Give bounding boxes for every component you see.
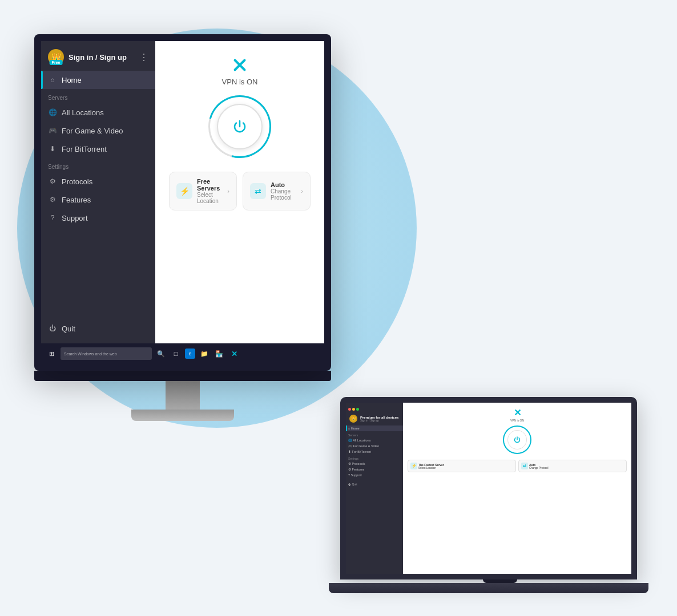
taskbar-search[interactable]: Search Windows and the web <box>61 347 152 360</box>
free-badge: Free <box>50 60 63 65</box>
mini-app-window: 👑 Premium for all devices Sign in / Sign… <box>346 403 631 574</box>
sidebar: 👑 Free Sign in / Sign up ⋮ ⌂ Home Server… <box>41 41 155 343</box>
free-servers-card[interactable]: ⚡ Free Servers Select Location › <box>169 172 237 210</box>
protocol-subtitle: Change Protocol <box>271 188 296 201</box>
vpn-logo-wrap <box>229 55 250 75</box>
features-icon: ⚙ <box>48 195 57 204</box>
sidebar-item-features[interactable]: ⚙ Features <box>41 191 155 209</box>
mini-home-item[interactable]: ⌂ Home <box>346 425 403 431</box>
mini-x-logo: ✕ <box>514 408 521 418</box>
bittorrent-label: For BitTorrent <box>62 145 107 153</box>
sidebar-item-bittorrent[interactable]: ⬇ For BitTorrent <box>41 140 155 158</box>
taskbar-search-text: Search Windows and the web <box>64 352 117 356</box>
mini-app-subtitle: Sign in / Sign up <box>360 419 398 422</box>
quit-label: Quit <box>62 325 75 333</box>
protocol-text: Auto Change Protocol <box>271 181 296 201</box>
monitor-device: 👑 Free Sign in / Sign up ⋮ ⌂ Home Server… <box>34 34 331 421</box>
sidebar-header: 👑 Free Sign in / Sign up ⋮ <box>41 41 155 71</box>
mini-crown-icon: 👑 <box>349 415 357 423</box>
mini-quit[interactable]: ⏻ Quit <box>346 478 403 488</box>
task-view-icon[interactable]: □ <box>170 348 182 359</box>
mini-settings-section: Settings <box>346 455 403 461</box>
mini-server-text: The Fastest Server Select Location <box>418 463 444 469</box>
mini-all-locations[interactable]: 🌐 All Locations <box>346 437 403 443</box>
mini-power-button[interactable] <box>507 430 527 449</box>
mini-protocol-text: Auto Change Protocol <box>529 463 549 469</box>
all-locations-label: All Locations <box>62 108 104 117</box>
dots-menu[interactable]: ⋮ <box>139 52 148 63</box>
mini-yellow <box>352 408 355 411</box>
mini-lightning-icon: ⚡ <box>410 463 417 469</box>
globe-icon: 🌐 <box>48 108 57 117</box>
protocols-icon: ⚙ <box>48 177 57 186</box>
settings-section-label: Settings <box>41 158 155 172</box>
mini-servers-section: Servers <box>346 431 403 437</box>
monitor-bezel <box>34 371 331 381</box>
support-icon: ? <box>48 213 57 222</box>
mini-cards: ⚡ The Fastest Server Select Location ⇄ A… <box>408 460 627 472</box>
mini-power-ring <box>503 425 531 454</box>
taskbar: ⊞ Search Windows and the web 🔍 □ e 📁 🏪 ✕ <box>41 343 324 364</box>
protocol-arrow: › <box>301 188 303 194</box>
game-icon: 🎮 <box>48 126 57 135</box>
protocol-card[interactable]: ⇄ Auto Change Protocol › <box>243 172 311 210</box>
mini-features[interactable]: ⚙ Features <box>346 467 403 472</box>
laptop-screen: 👑 Premium for all devices Sign in / Sign… <box>340 397 637 579</box>
mini-traffic-lights <box>346 406 403 411</box>
mini-protocol-icon: ⇄ <box>521 463 528 469</box>
mini-sidebar: 👑 Premium for all devices Sign in / Sign… <box>346 403 403 574</box>
mini-select-label: Select Location <box>418 467 436 469</box>
monitor: 👑 Free Sign in / Sign up ⋮ ⌂ Home Server… <box>34 34 331 421</box>
power-button-container <box>208 95 271 158</box>
mini-protocols[interactable]: ⚙ Protocols <box>346 461 403 467</box>
protocol-icon: ⇄ <box>250 183 266 199</box>
monitor-stand-neck <box>166 381 200 410</box>
monitor-screen: 👑 Free Sign in / Sign up ⋮ ⌂ Home Server… <box>34 34 331 371</box>
mini-server-card[interactable]: ⚡ The Fastest Server Select Location <box>408 460 516 472</box>
protocol-title: Auto <box>271 181 296 188</box>
free-servers-arrow: › <box>227 188 229 194</box>
quit-icon: ⏻ <box>48 324 57 333</box>
mini-green <box>356 408 359 411</box>
home-icon: ⌂ <box>48 75 57 84</box>
mini-vpn-status: VPN is ON <box>510 419 524 422</box>
free-servers-text: Free Servers Select Location <box>197 178 223 204</box>
sidebar-item-support[interactable]: ? Support <box>41 209 155 227</box>
sidebar-item-home[interactable]: ⌂ Home <box>41 71 155 89</box>
servers-section-label: Servers <box>41 89 155 103</box>
features-label: Features <box>62 196 91 204</box>
mini-header: 👑 Premium for all devices Sign in / Sign… <box>346 412 403 425</box>
sidebar-item-quit[interactable]: ⏻ Quit <box>41 319 155 338</box>
bottom-controls: ⚡ Free Servers Select Location › ⇄ Auto <box>167 172 313 210</box>
mini-main-content: ✕ VPN is ON ⚡ <box>403 403 631 574</box>
power-icon <box>231 117 249 136</box>
support-label: Support <box>62 214 88 222</box>
free-servers-title: Free Servers <box>197 178 223 192</box>
mini-power-icon <box>513 435 522 444</box>
lightning-icon: ⚡ <box>176 183 192 199</box>
power-button[interactable] <box>217 104 263 149</box>
free-servers-subtitle: Select Location <box>197 192 223 204</box>
mini-app-title: Premium for all devices <box>360 416 398 419</box>
mini-bittorrent[interactable]: ⬇ For BitTorrent <box>346 449 403 455</box>
mini-red <box>348 408 351 411</box>
laptop-device: 👑 Premium for all devices Sign in / Sign… <box>340 397 660 593</box>
mini-game-video[interactable]: 🎮 For Game & Video <box>346 443 403 449</box>
laptop: 👑 Premium for all devices Sign in / Sign… <box>340 397 660 593</box>
edge-icon[interactable]: e <box>185 348 195 359</box>
sidebar-item-protocols[interactable]: ⚙ Protocols <box>41 172 155 191</box>
store-icon[interactable]: 🏪 <box>213 348 225 359</box>
crown-icon: 👑 Free <box>48 49 64 65</box>
windows-icon[interactable]: ⊞ <box>46 348 57 359</box>
folder-icon[interactable]: 📁 <box>199 348 210 359</box>
mini-support[interactable]: ? Support <box>346 472 403 478</box>
sidebar-item-game-video[interactable]: 🎮 For Game & Video <box>41 121 155 140</box>
app-window: 👑 Free Sign in / Sign up ⋮ ⌂ Home Server… <box>41 41 324 343</box>
sidebar-item-all-locations[interactable]: 🌐 All Locations <box>41 103 155 121</box>
vpn-app-icon[interactable]: ✕ <box>228 348 240 359</box>
vpn-status: VPN is ON <box>222 78 258 86</box>
monitor-stand-base <box>131 410 234 421</box>
search-taskbar-icon[interactable]: 🔍 <box>155 348 167 359</box>
mini-protocol-card[interactable]: ⇄ Auto Change Protocol <box>518 460 627 472</box>
home-label: Home <box>62 76 82 84</box>
